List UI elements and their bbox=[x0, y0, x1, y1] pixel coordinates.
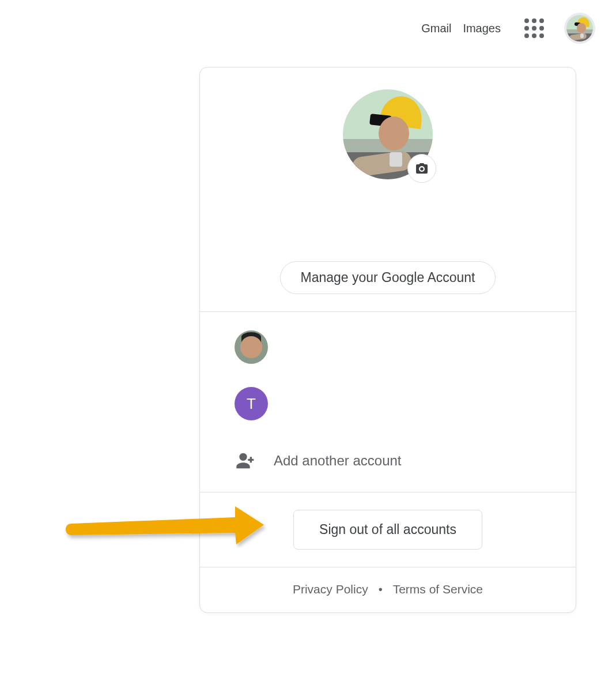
other-account-row[interactable]: T bbox=[200, 375, 576, 432]
avatar-icon bbox=[566, 15, 593, 42]
person-add-icon bbox=[235, 449, 258, 472]
other-accounts-section: T Add another account bbox=[200, 312, 576, 492]
other-account-row[interactable] bbox=[200, 319, 576, 375]
current-account-avatar bbox=[343, 89, 433, 179]
page-header: Gmail Images bbox=[421, 0, 616, 44]
account-avatar bbox=[235, 330, 268, 364]
sign-out-section: Sign out of all accounts bbox=[200, 492, 576, 567]
camera-icon bbox=[415, 161, 429, 175]
gmail-link[interactable]: Gmail bbox=[421, 22, 451, 35]
apps-launcher-icon[interactable] bbox=[520, 14, 548, 42]
account-popover: Manage your Google Account T Add another… bbox=[199, 67, 576, 613]
add-account-label: Add another account bbox=[274, 453, 402, 469]
change-photo-button[interactable] bbox=[407, 154, 436, 183]
account-avatar-initial: T bbox=[235, 387, 268, 420]
manage-account-button[interactable]: Manage your Google Account bbox=[280, 261, 495, 294]
add-another-account-button[interactable]: Add another account bbox=[200, 432, 576, 492]
account-avatar-button[interactable] bbox=[564, 13, 595, 44]
terms-link[interactable]: Terms of Service bbox=[393, 582, 483, 596]
privacy-link[interactable]: Privacy Policy bbox=[293, 582, 368, 596]
popover-footer: Privacy Policy • Terms of Service bbox=[200, 567, 576, 612]
images-link[interactable]: Images bbox=[463, 22, 501, 35]
apps-grid-icon bbox=[524, 18, 544, 38]
sign-out-all-button[interactable]: Sign out of all accounts bbox=[293, 510, 482, 550]
current-account-section: Manage your Google Account bbox=[200, 67, 576, 312]
separator-dot: • bbox=[379, 583, 383, 596]
